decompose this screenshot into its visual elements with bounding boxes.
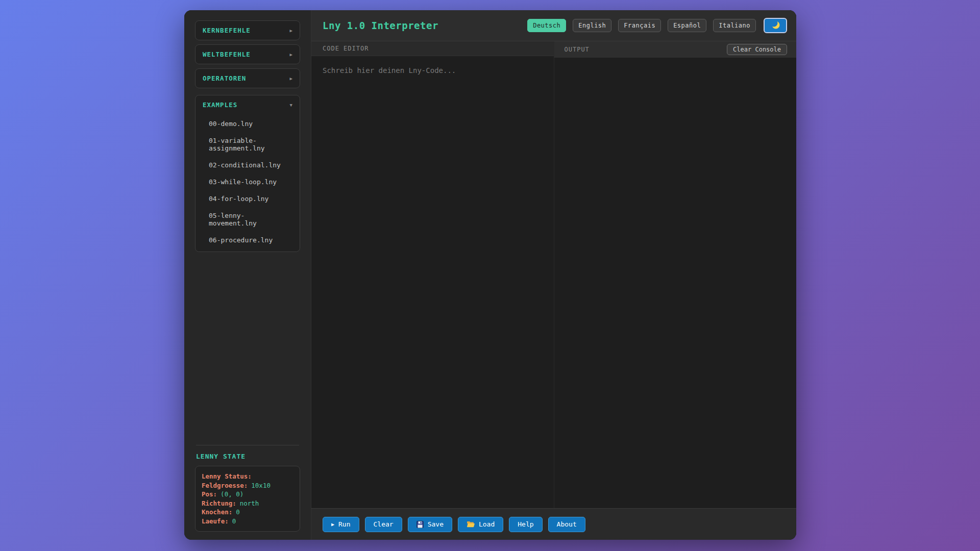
section-title: EXAMPLES [203,101,237,109]
file-item[interactable]: 03-while-loop.lny [209,178,292,186]
language-button-italiano[interactable]: Italiano [713,19,756,32]
file-item[interactable]: 02-conditional.lny [209,161,292,169]
file-item[interactable]: 06-procedure.lny [209,236,292,244]
about-button[interactable]: About [548,517,585,532]
load-button[interactable]: Load [458,517,503,532]
file-item[interactable]: 05-lenny-movement.lny [209,212,292,227]
state-field-value: 0 [236,508,240,516]
state-field-value: 0 [232,517,236,525]
divider [196,445,299,445]
examples-file-list: 00-demo.lny 01-variable-assignment.lny 0… [203,109,292,246]
section-header-operatoren[interactable]: OPERATOREN ▶ [203,74,292,82]
language-button-deutsch[interactable]: Deutsch [527,19,566,32]
code-editor-tabbar: CODE EDITOR [311,41,554,56]
load-button-label: Load [479,520,495,528]
chevron-down-icon[interactable]: ▼ [290,103,292,108]
theme-toggle-button[interactable] [764,18,787,33]
help-button[interactable]: Help [509,517,542,532]
section-header-weltbefehle[interactable]: WELTBEFEHLE ▶ [203,51,292,58]
section-header-kernbefehle[interactable]: KERNBEFEHLE ▶ [203,27,292,34]
sidebar-section-kernbefehle[interactable]: KERNBEFEHLE ▶ [195,20,300,40]
state-status-label: Lenny Status: [202,472,252,480]
clear-button[interactable]: Clear [365,517,402,532]
section-title: KERNBEFEHLE [203,27,251,34]
section-header-examples[interactable]: EXAMPLES ▼ [203,101,292,109]
output-label: OUTPUT [565,46,590,53]
state-status-line: Lenny Status: [202,472,293,481]
clear-button-label: Clear [374,520,394,528]
output-header: OUTPUT Clear Console [554,41,797,58]
state-field-label: Pos: [202,490,217,498]
output-panel: OUTPUT Clear Console [554,41,797,508]
chevron-right-icon[interactable]: ▶ [290,52,292,57]
section-title: WELTBEFEHLE [203,51,251,58]
state-field-value: (0, 0) [220,490,243,498]
file-item[interactable]: 04-for-loop.lny [209,195,292,203]
play-icon: ▶ [331,521,334,527]
file-item[interactable]: 01-variable-assignment.lny [209,137,292,152]
code-editor-panel: CODE EDITOR [311,41,554,508]
language-button-espanol[interactable]: Español [668,19,706,32]
app-header: Lny 1.0 Interpreter Deutsch English Fran… [311,10,796,41]
state-field-laeufe: Laeufe:0 [202,517,293,526]
state-field-label: Knochen: [202,508,232,516]
state-field-label: Laeufe: [202,517,229,525]
sidebar-section-operatoren[interactable]: OPERATOREN ▶ [195,68,300,88]
code-editor-label: CODE EDITOR [323,45,369,52]
floppy-disk-icon [416,521,424,528]
save-button[interactable]: Save [408,517,452,532]
sidebar: KERNBEFEHLE ▶ WELTBEFEHLE ▶ OPERATOREN ▶… [184,10,311,540]
main-area: Lny 1.0 Interpreter Deutsch English Fran… [311,10,796,540]
sidebar-section-weltbefehle[interactable]: WELTBEFEHLE ▶ [195,44,300,64]
language-button-english[interactable]: English [573,19,611,32]
state-field-value: 10x10 [251,482,271,489]
app-window: KERNBEFEHLE ▶ WELTBEFEHLE ▶ OPERATOREN ▶… [184,10,796,540]
chevron-right-icon[interactable]: ▶ [290,28,292,33]
help-button-label: Help [518,520,533,528]
state-field-pos: Pos:(0, 0) [202,490,293,499]
state-field-label: Richtung: [202,499,236,507]
lenny-state-heading: LENNY STATE [195,453,300,460]
moon-icon [770,19,780,32]
page-title: Lny 1.0 Interpreter [323,20,438,31]
state-field-knochen: Knochen:0 [202,508,293,517]
lenny-state-panel: Lenny Status: Feldgroesse:10x10 Pos:(0, … [195,466,300,532]
chevron-right-icon[interactable]: ▶ [290,76,292,81]
state-field-label: Feldgroesse: [202,482,248,489]
output-console [554,58,797,508]
save-button-label: Save [428,520,444,528]
file-item[interactable]: 00-demo.lny [209,120,292,128]
editor-output-panels: CODE EDITOR OUTPUT Clear Console [311,41,796,508]
bottom-toolbar: ▶ Run Clear Save [311,508,796,540]
state-field-feldgroesse: Feldgroesse:10x10 [202,481,293,490]
clear-console-button[interactable]: Clear Console [727,44,787,55]
state-field-value: north [240,499,259,507]
language-button-francais[interactable]: Français [618,19,661,32]
run-button[interactable]: ▶ Run [323,517,359,532]
code-editor-input[interactable] [311,56,554,508]
state-field-richtung: Richtung:north [202,499,293,508]
about-button-label: About [557,520,577,528]
sidebar-spacer [195,256,300,445]
section-title: OPERATOREN [203,74,246,82]
run-button-label: Run [338,520,350,528]
open-folder-icon [467,521,475,528]
sidebar-section-examples: EXAMPLES ▼ 00-demo.lny 01-variable-assig… [195,95,300,252]
